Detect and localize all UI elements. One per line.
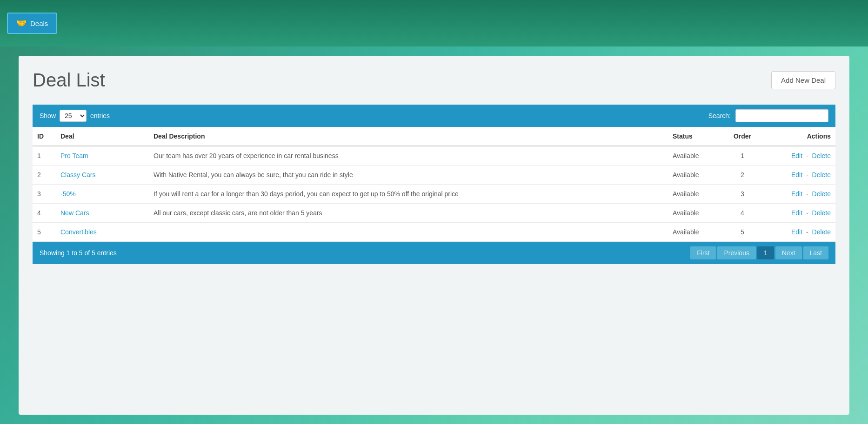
search-input[interactable] bbox=[735, 109, 828, 122]
cell-actions: Edit - Delete bbox=[761, 146, 835, 166]
deal-table: ID Deal Deal Description Status Order Ac… bbox=[33, 127, 835, 242]
cell-description: Our team has over 20 years of experience… bbox=[149, 146, 668, 166]
action-separator: - bbox=[806, 190, 808, 198]
top-bar: 🤝 Deals bbox=[0, 0, 868, 46]
col-header-actions: Actions bbox=[761, 127, 835, 146]
action-separator: - bbox=[806, 209, 808, 217]
deal-link[interactable]: Convertibles bbox=[60, 228, 97, 236]
show-label: Show bbox=[40, 112, 56, 119]
cell-actions: Edit - Delete bbox=[761, 223, 835, 242]
deal-link[interactable]: -50% bbox=[60, 190, 76, 198]
pagination-next-button[interactable]: Next bbox=[775, 246, 802, 259]
table-controls-top: Show 10 25 50 100 entries Search: bbox=[33, 105, 835, 127]
edit-link[interactable]: Edit bbox=[791, 190, 802, 198]
cell-actions: Edit - Delete bbox=[761, 166, 835, 185]
deal-link[interactable]: Pro Team bbox=[60, 152, 88, 159]
cell-actions: Edit - Delete bbox=[761, 185, 835, 204]
search-box: Search: bbox=[708, 109, 828, 122]
col-header-description: Deal Description bbox=[149, 127, 668, 146]
cell-id: 1 bbox=[33, 146, 56, 166]
table-row: 5 Convertibles Available 5 Edit - Delete bbox=[33, 223, 835, 242]
cell-status: Available bbox=[668, 166, 724, 185]
table-row: 3 -50% If you will rent a car for a long… bbox=[33, 185, 835, 204]
cell-deal: Pro Team bbox=[56, 146, 149, 166]
col-header-order: Order bbox=[724, 127, 761, 146]
col-header-id: ID bbox=[33, 127, 56, 146]
entries-select[interactable]: 10 25 50 100 bbox=[60, 110, 87, 122]
col-header-deal: Deal bbox=[56, 127, 149, 146]
table-footer: Showing 1 to 5 of 5 entries First Previo… bbox=[33, 242, 835, 264]
show-entries: Show 10 25 50 100 entries bbox=[40, 110, 110, 122]
cell-deal: -50% bbox=[56, 185, 149, 204]
cell-id: 2 bbox=[33, 166, 56, 185]
pagination: First Previous 1 Next Last bbox=[690, 246, 828, 259]
cell-order: 1 bbox=[724, 146, 761, 166]
delete-link[interactable]: Delete bbox=[812, 171, 831, 179]
action-separator: - bbox=[806, 228, 808, 236]
cell-deal: Classy Cars bbox=[56, 166, 149, 185]
table-row: 4 New Cars All our cars, except classic … bbox=[33, 204, 835, 223]
pagination-previous-button[interactable]: Previous bbox=[717, 246, 755, 259]
cell-status: Available bbox=[668, 146, 724, 166]
edit-link[interactable]: Edit bbox=[791, 152, 802, 159]
add-new-deal-button[interactable]: Add New Deal bbox=[771, 71, 835, 89]
cell-id: 3 bbox=[33, 185, 56, 204]
edit-link[interactable]: Edit bbox=[791, 209, 802, 217]
delete-link[interactable]: Delete bbox=[812, 152, 831, 159]
cell-id: 4 bbox=[33, 204, 56, 223]
cell-description: If you will rent a car for a longer than… bbox=[149, 185, 668, 204]
cell-order: 2 bbox=[724, 166, 761, 185]
delete-link[interactable]: Delete bbox=[812, 228, 831, 236]
cell-status: Available bbox=[668, 223, 724, 242]
table-header-row: ID Deal Deal Description Status Order Ac… bbox=[33, 127, 835, 146]
deals-nav-button[interactable]: 🤝 Deals bbox=[7, 13, 57, 34]
table-row: 1 Pro Team Our team has over 20 years of… bbox=[33, 146, 835, 166]
cell-id: 5 bbox=[33, 223, 56, 242]
pagination-first-button[interactable]: First bbox=[690, 246, 716, 259]
main-content: Deal List Add New Deal Show 10 25 50 100… bbox=[19, 56, 849, 415]
delete-link[interactable]: Delete bbox=[812, 190, 831, 198]
cell-order: 5 bbox=[724, 223, 761, 242]
cell-description bbox=[149, 223, 668, 242]
deals-nav-label: Deals bbox=[30, 20, 48, 27]
deals-icon: 🤝 bbox=[16, 18, 27, 28]
search-label: Search: bbox=[708, 112, 731, 119]
deal-link[interactable]: New Cars bbox=[60, 209, 89, 217]
cell-status: Available bbox=[668, 185, 724, 204]
entries-label: entries bbox=[90, 112, 110, 119]
cell-actions: Edit - Delete bbox=[761, 204, 835, 223]
cell-deal: New Cars bbox=[56, 204, 149, 223]
deal-link[interactable]: Classy Cars bbox=[60, 171, 95, 179]
action-separator: - bbox=[806, 171, 808, 179]
content-header: Deal List Add New Deal bbox=[33, 70, 835, 91]
cell-order: 3 bbox=[724, 185, 761, 204]
delete-link[interactable]: Delete bbox=[812, 209, 831, 217]
pagination-last-button[interactable]: Last bbox=[803, 246, 828, 259]
page-title: Deal List bbox=[33, 70, 105, 91]
cell-status: Available bbox=[668, 204, 724, 223]
table-row: 2 Classy Cars With Native Rental, you ca… bbox=[33, 166, 835, 185]
pagination-page-1-button[interactable]: 1 bbox=[757, 246, 774, 259]
col-header-status: Status bbox=[668, 127, 724, 146]
cell-description: All our cars, except classic cars, are n… bbox=[149, 204, 668, 223]
cell-description: With Native Rental, you can always be su… bbox=[149, 166, 668, 185]
cell-order: 4 bbox=[724, 204, 761, 223]
edit-link[interactable]: Edit bbox=[791, 171, 802, 179]
cell-deal: Convertibles bbox=[56, 223, 149, 242]
showing-text: Showing 1 to 5 of 5 entries bbox=[40, 249, 117, 257]
action-separator: - bbox=[806, 152, 808, 159]
edit-link[interactable]: Edit bbox=[791, 228, 802, 236]
